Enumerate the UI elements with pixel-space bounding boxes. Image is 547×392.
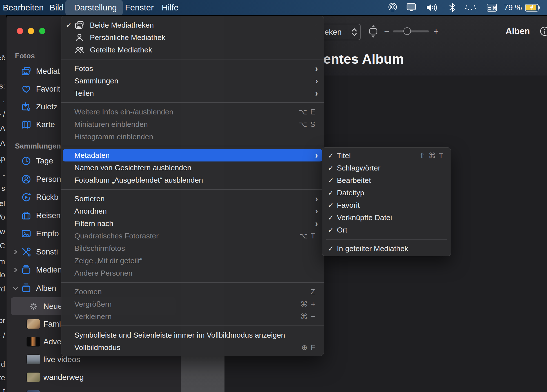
background-text-fragment: t	[3, 386, 5, 392]
menu-item-teilen[interactable]: Teilen›	[61, 87, 324, 99]
menu-item-vollbildmodus[interactable]: Vollbildmodus⊕ F	[61, 341, 324, 354]
submenu-item-dateityp[interactable]: ✓Dateityp	[322, 187, 451, 199]
menu-item-label: Vergrößern	[74, 300, 112, 309]
sidebar-album-partial[interactable]	[6, 386, 181, 392]
sidebar-album-label: live videos	[43, 355, 80, 364]
zoom-slider-thumb[interactable]	[403, 27, 411, 35]
menu-item-label: Teilen	[74, 89, 94, 98]
background-text-fragment: ew	[0, 227, 5, 236]
menubar-item-bild[interactable]: Bild	[50, 0, 64, 15]
menubar-item-darstellung[interactable]: Darstellung	[74, 0, 117, 15]
chevron-down-icon[interactable]	[12, 285, 19, 291]
sidebar-item-label: Person	[36, 175, 61, 184]
album-thumbnail	[27, 319, 40, 329]
menu-shortcut-globe: ⊕ F	[301, 343, 316, 352]
stack-icon	[21, 264, 32, 276]
menu-item-label: Vollbildmodus	[74, 343, 121, 352]
sidebar-album-wanderweg[interactable]: wanderweg	[6, 368, 181, 386]
submenu-item-ort[interactable]: ✓Ort	[322, 224, 451, 236]
background-window-strip: ečs:·- /AAAp-selVoewCmdordor- /rdtet	[0, 15, 6, 392]
display-mirroring-icon[interactable]	[405, 0, 418, 15]
menu-item-metadaten[interactable]: Metadaten›	[63, 149, 322, 161]
submenu-item-favorit[interactable]: ✓Favorit	[322, 199, 451, 211]
checkmark-icon: ✓	[328, 189, 337, 197]
menu-item-beide-mediatheken[interactable]: ✓Beide Mediatheken	[61, 19, 324, 31]
bluetooth-icon[interactable]	[447, 0, 457, 15]
keyboard-brightness-icon[interactable]	[464, 0, 477, 15]
menu-item-geteilte-mediathek[interactable]: Geteilte Mediathek	[61, 44, 324, 56]
battery-plug-icon	[530, 5, 534, 10]
submenu-item-titel[interactable]: ✓Titel⇧ ⌘ T	[322, 149, 451, 162]
menu-item-anordnen[interactable]: Anordnen›	[61, 205, 324, 217]
menu-item-namen-von-gesichtern-ausblenden[interactable]: Namen von Gesichtern ausblenden	[61, 161, 324, 174]
airdrop-icon[interactable]	[387, 0, 398, 15]
submenu-item-label: Ort	[337, 226, 347, 234]
background-text-fragment: el	[0, 199, 5, 208]
battery-nub	[539, 6, 540, 9]
submenu-item-label: Favorit	[337, 201, 360, 210]
menu-item-sammlungen[interactable]: Sammlungen›	[61, 75, 324, 87]
menu-item-fotos[interactable]: Fotos›	[61, 62, 324, 75]
page-title: entes Album	[323, 51, 404, 67]
menu-item-fotoalbum-ausgeblendet-ausblenden[interactable]: Fotoalbum „Ausgeblendet“ ausblenden	[61, 174, 324, 186]
minimize-button[interactable]	[28, 28, 34, 34]
menubar-item-fenster[interactable]: Fenster	[125, 0, 154, 15]
album-thumbnail	[27, 355, 40, 364]
gear-icon	[27, 302, 40, 311]
menubar-item-hilfe[interactable]: Hilfe	[162, 0, 179, 15]
zoom-slider-track[interactable]	[393, 30, 429, 32]
menu-item-label: Quadratisches Fotoraster	[74, 232, 159, 240]
albums-toolbar-label: Alben	[506, 24, 530, 39]
input-source-icon[interactable]: ⌘	[485, 0, 499, 15]
zoom-out-button[interactable]: −	[383, 24, 391, 39]
background-text-fragment: ·	[3, 97, 5, 106]
chevron-right-icon[interactable]	[12, 249, 19, 255]
submenu-item-schlagwörter[interactable]: ✓Schlagwörter	[322, 162, 451, 174]
submenu-arrow-icon: ›	[313, 89, 318, 98]
close-button[interactable]	[17, 28, 23, 34]
checkmark-icon: ✓	[328, 214, 337, 222]
photos-stack-icon	[21, 66, 32, 77]
menu-item-label: Fotoalbum „Ausgeblendet“ ausblenden	[74, 176, 203, 185]
sidebar-item-label: Zuletz	[36, 102, 57, 111]
background-text-fragment: - /	[0, 110, 5, 119]
menu-item-vergrö-ern: Vergrößern⌘ +	[61, 298, 324, 310]
sidebar-item-label: Rückb	[36, 193, 58, 202]
menu-item-label: Filtern nach	[74, 219, 113, 228]
submenu-item-in-geteilter-mediathek[interactable]: ✓In geteilter Mediathek	[322, 242, 451, 255]
menu-item-label: Fotos	[74, 64, 93, 73]
menu-separator	[61, 323, 324, 329]
background-text-fragment: C	[0, 242, 5, 250]
menu-item-label: Sortieren	[74, 194, 105, 203]
menubar-item-bearbeiten[interactable]: Bearbeiten	[3, 0, 44, 15]
menu-item-andere-personen: Andere Personen	[61, 267, 324, 279]
zoom-button[interactable]	[39, 28, 45, 34]
checkmark-icon: ✓	[328, 245, 337, 253]
menu-item-persönliche-mediathek[interactable]: Persönliche Mediathek	[61, 31, 324, 44]
checkmark-icon: ✓	[328, 201, 337, 209]
chevron-right-icon[interactable]	[12, 267, 19, 273]
submenu-arrow-icon: ›	[313, 64, 318, 73]
menu-item-symbolleiste-und-seitenleiste-immer-im-vollbildmodus-anzeigen[interactable]: Symbolleiste und Seitenleiste immer im V…	[61, 329, 324, 341]
sidebar-item-label: Mediat	[36, 67, 60, 76]
submenu-item-bearbeitet[interactable]: ✓Bearbeitet	[322, 174, 451, 187]
view-menu-dropdown: ✓Beide MediathekenPersönliche MediathekG…	[61, 16, 324, 356]
info-button[interactable]	[540, 26, 547, 36]
submenu-item-verknüpfte-datei[interactable]: ✓Verknüpfte Datei	[322, 211, 451, 224]
battery-icon[interactable]	[523, 0, 540, 15]
menu-item-miniaturen-einblenden: Miniaturen einblenden⌥ S	[61, 118, 324, 130]
menu-shortcut: Z	[311, 287, 316, 296]
zoom-in-button[interactable]: +	[432, 24, 440, 39]
person-icon	[74, 32, 90, 43]
album-thumbnail	[27, 373, 40, 382]
aspect-ratio-toggle-icon[interactable]	[367, 24, 379, 39]
volume-icon[interactable]	[425, 0, 440, 15]
sidebar-item-label: Medien	[36, 265, 62, 274]
submenu-arrow-icon: ›	[313, 151, 318, 160]
menu-item-filtern-nach[interactable]: Filtern nach›	[61, 217, 324, 230]
album-thumbnail	[27, 390, 40, 392]
background-text-fragment: Vo	[0, 213, 5, 222]
menu-item-sortieren[interactable]: Sortieren›	[61, 192, 324, 205]
map-icon	[21, 119, 32, 130]
menu-item-label: Namen von Gesichtern ausblenden	[74, 163, 191, 172]
